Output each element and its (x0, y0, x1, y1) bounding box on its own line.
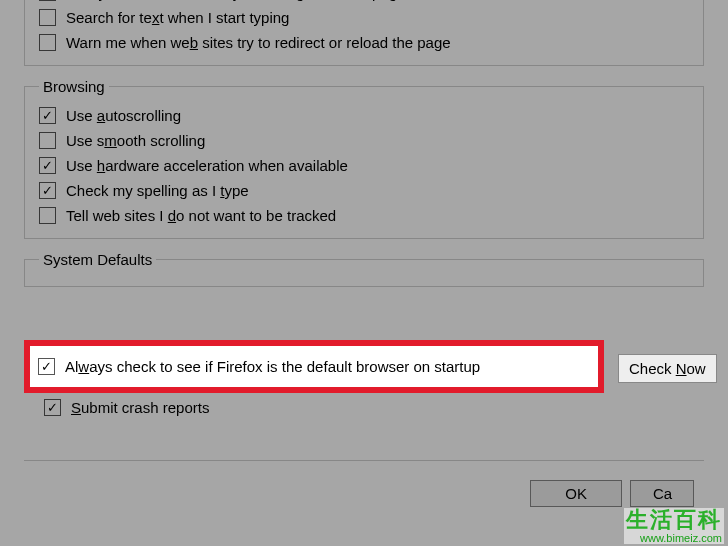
label: Submit crash reports (71, 399, 209, 416)
option-dnt[interactable]: Tell web sites I do not want to be track… (39, 203, 689, 228)
label: Tell web sites I do not want to be track… (66, 207, 336, 224)
checkbox[interactable] (39, 207, 56, 224)
system-defaults-legend: System Defaults (39, 251, 156, 268)
label: Warn me when web sites try to redirect o… (66, 34, 451, 51)
checkbox[interactable] (39, 9, 56, 26)
option-search-text[interactable]: Search for text when I start typing (39, 5, 689, 30)
browsing-group: Browsing Use autoscrolling Use smooth sc… (24, 78, 704, 239)
checkbox[interactable] (39, 0, 56, 1)
label: Search for text when I start typing (66, 9, 289, 26)
ok-button[interactable]: OK (530, 480, 622, 507)
check-now-button[interactable]: Check Now (618, 354, 717, 383)
option-spellcheck[interactable]: Check my spelling as I type (39, 178, 689, 203)
checkbox[interactable] (39, 182, 56, 199)
checkbox[interactable] (39, 132, 56, 149)
option-autoscroll[interactable]: Use autoscrolling (39, 103, 689, 128)
label: Check my spelling as I type (66, 182, 249, 199)
option-submit-crash[interactable]: Submit crash reports (44, 399, 209, 416)
label: Use smooth scrolling (66, 132, 205, 149)
label: Always use the cursor keys to navigate w… (66, 0, 413, 1)
highlight-box: Always check to see if Firefox is the de… (24, 340, 604, 393)
option-warn-redirect[interactable]: Warn me when web sites try to redirect o… (39, 30, 689, 55)
option-always-check-default[interactable]: Always check to see if Firefox is the de… (38, 356, 590, 377)
label: Always check to see if Firefox is the de… (65, 358, 480, 375)
system-defaults-group: System Defaults (24, 251, 704, 287)
option-smooth-scroll[interactable]: Use smooth scrolling (39, 128, 689, 153)
divider (24, 460, 704, 461)
watermark: 生活百科 www.bimeiz.com (624, 508, 724, 544)
cancel-button[interactable]: Ca (630, 480, 694, 507)
general-group: Always use the cursor keys to navigate w… (24, 0, 704, 66)
checkbox[interactable] (39, 34, 56, 51)
label: Use hardware acceleration when available (66, 157, 348, 174)
dialog-buttons: OK Ca (522, 480, 694, 507)
checkbox[interactable] (44, 399, 61, 416)
browsing-legend: Browsing (39, 78, 109, 95)
label: Use autoscrolling (66, 107, 181, 124)
checkbox[interactable] (39, 157, 56, 174)
option-hw-accel[interactable]: Use hardware acceleration when available (39, 153, 689, 178)
checkbox[interactable] (38, 358, 55, 375)
checkbox[interactable] (39, 107, 56, 124)
